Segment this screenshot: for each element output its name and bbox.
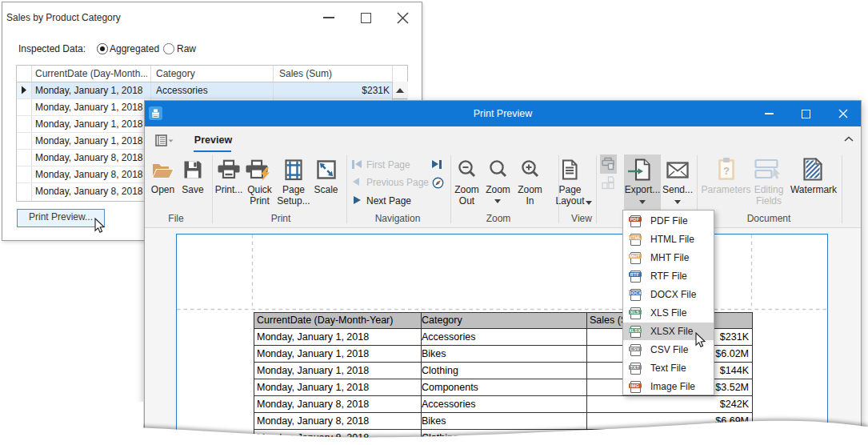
svg-text:?: ?: [723, 165, 730, 177]
